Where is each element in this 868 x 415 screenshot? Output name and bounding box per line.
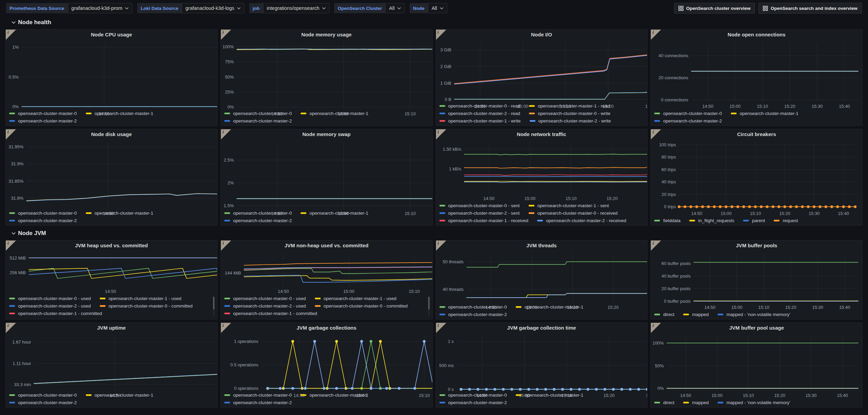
legend-item[interactable]: opensearch-cluster-master-2 [9,400,77,405]
legend-item[interactable]: opensearch-cluster-master-2 - read [439,111,520,116]
panel-title[interactable]: JVM uptime [97,325,126,331]
legend-item[interactable]: opensearch-cluster-master-1 [731,111,799,116]
panel-info-corner[interactable]: i [651,129,661,139]
legend-item[interactable]: opensearch-cluster-master-1 - write [439,118,521,123]
time-series-chart[interactable]: 14:5015:0015:1015:2015:3015:401 kB/s1.50… [436,139,647,202]
variable-value-dropdown[interactable]: integrations/opensearch [263,3,330,13]
legend-item[interactable]: opensearch-cluster-master-1 - read [529,103,610,109]
legend-item[interactable]: opensearch-cluster-master-1 [86,211,154,216]
panel-info-corner[interactable]: i [6,323,16,333]
time-series-chart[interactable]: 14:5015:0015:1015:2015:3015:400 B1 GiB2 … [436,39,647,103]
legend-item[interactable]: opensearch-cluster-master-0 [439,304,507,310]
legend-item[interactable]: opensearch-cluster-master-2 - write [530,118,611,123]
section-toggle-node-health[interactable]: Node health [5,18,863,27]
legend-item[interactable]: opensearch-cluster-master-1 - received [439,218,529,223]
panel-info-corner[interactable]: i [6,129,16,139]
panel-title[interactable]: JVM threads [526,243,557,248]
legend-item[interactable]: opensearch-cluster-master-1 - sent [529,203,609,208]
time-series-chart[interactable]: 14:5015:0015:1015:2015:3015:4031.8%31.85… [6,139,217,210]
legend-item[interactable]: opensearch-cluster-master-2 - used [9,303,91,309]
legend-item[interactable]: opensearch-cluster-master-0 - read [439,103,520,109]
panel-title[interactable]: Circuit breakers [737,131,776,137]
panel-info-corner[interactable]: i [436,30,446,40]
legend-item[interactable]: opensearch-cluster-master-0 [224,111,292,116]
time-series-chart[interactable]: 14:5015:0015:1015:2015:3015:400%50%100% [651,332,862,399]
panel-title[interactable]: Node memory swap [302,131,351,137]
time-series-chart[interactable]: 14:5015:0015:1015:2015:3015:400 trips20 … [651,139,862,217]
legend-item[interactable]: opensearch-cluster-master-0 - committed [315,303,408,309]
legend-item[interactable]: opensearch-cluster-master-0 - used [224,296,306,301]
legend-item[interactable]: opensearch-cluster-master-2 [224,118,292,123]
legend-item[interactable]: fielddata [654,218,680,223]
panel-title[interactable]: Node disk usage [91,131,132,137]
legend-item[interactable]: opensearch-cluster-master-2 - used [224,303,306,309]
legend-item[interactable]: opensearch-cluster-master-0 - received [529,211,618,216]
panel-info-corner[interactable]: i [436,323,446,333]
panel-info-corner[interactable]: i [221,129,231,139]
panel-title[interactable]: JVM heap used vs. committed [75,243,148,248]
panel-info-corner[interactable]: i [651,240,661,251]
time-series-chart[interactable]: 14:5015:0015:1015:2015:3015:400%25%50%75… [221,39,432,110]
panel-info-corner[interactable]: i [651,323,661,333]
panel-title[interactable]: Node I/O [531,32,552,37]
legend-item[interactable]: direct [654,312,674,317]
legend-item[interactable]: opensearch-cluster-master-1 [301,211,368,216]
legend-item[interactable]: opensearch-cluster-master-0 [224,393,292,398]
legend-item[interactable]: opensearch-cluster-master-1 [516,393,583,398]
time-series-chart[interactable]: 14:5015:0015:1015:2015:3015:40256 MiB512… [6,250,217,295]
legend-item[interactable]: in_flight_requests [689,218,734,223]
legend-item[interactable]: mapped - 'non-volatile memory' [718,312,790,317]
legend-item[interactable]: opensearch-cluster-master-1 [301,393,368,398]
legend-item[interactable]: opensearch-cluster-master-0 [439,393,507,398]
section-toggle-node-jvm[interactable]: Node JVM [5,229,863,238]
legend-item[interactable]: request [774,218,798,223]
panel-title[interactable]: JVM garbage collections [296,325,356,331]
legend-item[interactable]: opensearch-cluster-master-1 - committed [9,311,102,316]
panel-info-corner[interactable]: i [221,240,231,251]
legend-item[interactable]: parent [743,218,765,223]
panel-info-corner[interactable]: i [436,240,446,251]
legend-item[interactable]: opensearch-cluster-master-2 [654,118,722,123]
panel-info-corner[interactable]: i [436,129,446,139]
variable-value-dropdown[interactable]: grafanacloud-k3d-prom [68,3,133,13]
legend-item[interactable]: opensearch-cluster-master-2 [439,312,507,317]
dashboard-link-button[interactable]: OpenSearch search and index overview [758,3,862,14]
legend-item[interactable]: opensearch-cluster-master-2 [224,218,292,223]
legend-item[interactable]: opensearch-cluster-master-2 [9,118,77,123]
panel-info-corner[interactable]: i [221,30,231,40]
legend-item[interactable]: direct [654,400,674,405]
legend-item[interactable]: mapped [683,312,709,317]
legend-item[interactable]: opensearch-cluster-master-0 - used [9,296,91,301]
time-series-chart[interactable]: 14:5015:0015:1015:2015:3015:400 buffer p… [651,250,862,311]
time-series-chart[interactable]: 14:5015:0015:1015:2015:3015:400 connecti… [651,39,862,110]
time-series-chart[interactable]: 14:5015:0015:1015:2015:3015:400%0.5%1% [6,39,217,110]
legend-item[interactable]: opensearch-cluster-master-0 [9,211,77,216]
legend-item[interactable]: opensearch-cluster-master-1 [86,393,154,398]
time-series-chart[interactable]: 14:5015:0015:1015:2015:3015:40144 MiB [221,250,432,295]
legend-item[interactable]: opensearch-cluster-master-2 - received [537,218,626,223]
panel-title[interactable]: JVM buffer pools [736,243,777,248]
legend-item[interactable]: opensearch-cluster-master-2 [439,400,507,405]
panel-title[interactable]: Node memory usage [301,32,352,37]
panel-title[interactable]: Node open connections [728,32,786,37]
legend-item[interactable]: opensearch-cluster-master-1 [86,111,154,116]
panel-title[interactable]: JVM buffer pool usage [729,325,784,331]
panel-title[interactable]: JVM garbage collection time [507,325,576,331]
legend-scrollbar[interactable] [213,297,214,316]
panel-info-corner[interactable]: i [221,323,231,333]
legend-item[interactable]: opensearch-cluster-master-0 [9,111,77,116]
legend-item[interactable]: opensearch-cluster-master-0 - write [529,111,610,116]
legend-item[interactable]: mapped - 'non-volatile memory' [718,400,790,405]
legend-item[interactable]: opensearch-cluster-master-1 - used [100,296,181,301]
legend-item[interactable]: opensearch-cluster-master-1 - committed [224,311,317,316]
variable-value-dropdown[interactable]: grafanacloud-k3d-logs [182,3,244,13]
variable-value-dropdown[interactable]: All [385,3,405,13]
time-series-chart[interactable]: 14:5015:0015:1015:2015:3015:400 s500 ms1… [436,332,647,392]
time-series-chart[interactable]: 14:5015:0015:1015:2015:3015:4033.3 min1.… [6,332,217,392]
legend-item[interactable]: opensearch-cluster-master-1 [516,304,583,310]
legend-item[interactable]: opensearch-cluster-master-0 - committed [100,303,193,309]
panel-info-corner[interactable]: i [6,30,16,40]
legend-item[interactable]: opensearch-cluster-master-0 [224,211,292,216]
legend-item[interactable]: opensearch-cluster-master-2 [224,400,292,405]
legend-item[interactable]: opensearch-cluster-master-1 - used [315,296,397,301]
